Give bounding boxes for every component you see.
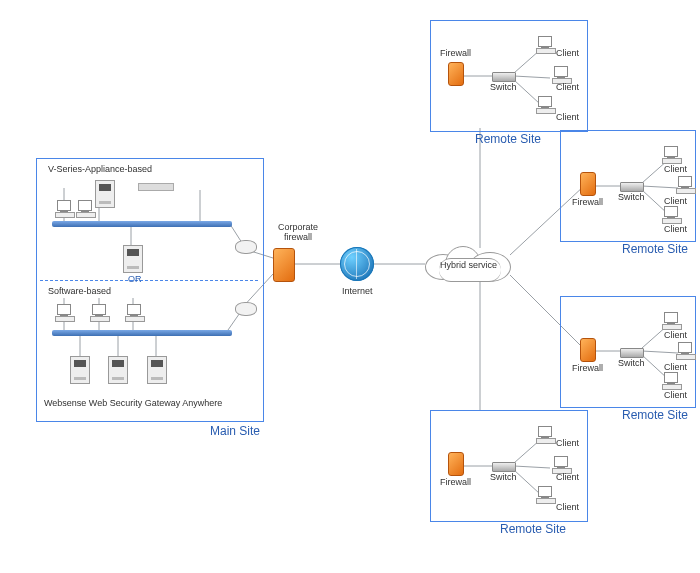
remote-firewall-label: Firewall (572, 363, 603, 373)
bus-icon (52, 330, 232, 336)
switch-icon (620, 182, 644, 192)
workstation-icon (536, 486, 554, 502)
remote-client-label: Client (664, 390, 687, 400)
hybrid-service-label: Hybrid service (440, 260, 497, 270)
remote-client-label: Client (556, 112, 579, 122)
remote-client-label: Client (664, 330, 687, 340)
remote-site-label: Remote Site (500, 522, 566, 536)
remote-firewall-label: Firewall (572, 197, 603, 207)
remote-client-label: Client (556, 472, 579, 482)
remote-site-label: Remote Site (622, 242, 688, 256)
workstation-icon (552, 66, 570, 82)
rack-icon (138, 183, 174, 191)
firewall-icon (580, 172, 596, 196)
or-label: OR (128, 274, 142, 284)
remote-switch-label: Switch (618, 358, 645, 368)
remote-firewall-label: Firewall (440, 48, 471, 58)
main-site-divider (40, 280, 258, 281)
remote-client-label: Client (664, 362, 687, 372)
workstation-icon (662, 372, 680, 388)
switch-icon (492, 462, 516, 472)
workstation-icon (125, 304, 143, 320)
firewall-icon (273, 248, 295, 282)
remote-client-label: Client (556, 438, 579, 448)
main-site-label: Main Site (210, 424, 260, 438)
workstation-icon (536, 426, 554, 442)
router-icon (235, 240, 257, 254)
remote-client-label: Client (556, 48, 579, 58)
server-icon (108, 356, 128, 384)
remote-client-label: Client (556, 502, 579, 512)
workstation-icon (676, 342, 694, 358)
server-icon (123, 245, 143, 273)
firewall-icon (448, 452, 464, 476)
workstation-icon (55, 200, 73, 216)
remote-site-label: Remote Site (622, 408, 688, 422)
switch-icon (492, 72, 516, 82)
remote-client-label: Client (556, 82, 579, 92)
remote-client-label: Client (664, 164, 687, 174)
workstation-icon (76, 200, 94, 216)
router-icon (235, 302, 257, 316)
workstation-icon (662, 206, 680, 222)
remote-switch-label: Switch (490, 82, 517, 92)
remote-client-label: Client (664, 224, 687, 234)
remote-site-label: Remote Site (475, 132, 541, 146)
workstation-icon (536, 36, 554, 52)
server-icon (147, 356, 167, 384)
remote-firewall-label: Firewall (440, 477, 471, 487)
workstation-icon (90, 304, 108, 320)
product-label: Websense Web Security Gateway Anywhere (44, 398, 222, 408)
firewall-icon (448, 62, 464, 86)
workstation-icon (55, 304, 73, 320)
appliance-heading: V-Series-Appliance-based (48, 164, 152, 174)
workstation-icon (552, 456, 570, 472)
switch-icon (620, 348, 644, 358)
workstation-icon (662, 146, 680, 162)
internet-label: Internet (342, 286, 373, 296)
remote-switch-label: Switch (618, 192, 645, 202)
remote-switch-label: Switch (490, 472, 517, 482)
software-heading: Software-based (48, 286, 111, 296)
globe-icon (340, 247, 374, 281)
bus-icon (52, 221, 232, 227)
firewall-icon (580, 338, 596, 362)
workstation-icon (676, 176, 694, 192)
remote-client-label: Client (664, 196, 687, 206)
server-icon (95, 180, 115, 208)
server-icon (70, 356, 90, 384)
corporate-firewall-label: Corporate firewall (268, 222, 328, 242)
workstation-icon (536, 96, 554, 112)
workstation-icon (662, 312, 680, 328)
